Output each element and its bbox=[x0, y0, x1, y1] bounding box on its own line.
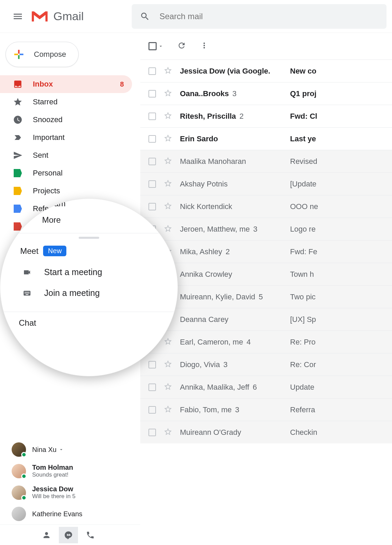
main-menu-button[interactable] bbox=[10, 8, 26, 25]
email-subject: [Update bbox=[290, 180, 316, 189]
star-button[interactable] bbox=[164, 156, 172, 167]
star-outline-icon bbox=[164, 382, 172, 391]
email-sender: Erin Sardo bbox=[180, 134, 283, 143]
email-checkbox[interactable] bbox=[148, 203, 156, 210]
nav-label: Projects bbox=[33, 186, 124, 195]
more-button[interactable] bbox=[200, 41, 209, 51]
drag-handle[interactable] bbox=[79, 237, 99, 239]
join-meeting-button[interactable]: Join a meeting bbox=[0, 283, 178, 303]
email-checkbox[interactable] bbox=[148, 67, 156, 75]
chat-contact-row[interactable]: Tom Holman Sounds great! bbox=[0, 460, 140, 482]
chat-section: Nina Xu Tom Holman Sounds great! Jessica… bbox=[0, 439, 140, 524]
email-row[interactable]: Erin Sardo Last ye bbox=[140, 127, 392, 150]
star-button[interactable] bbox=[164, 405, 172, 415]
sidebar-item-sent[interactable]: Sent bbox=[0, 146, 132, 164]
email-checkbox[interactable] bbox=[148, 90, 156, 98]
email-checkbox[interactable] bbox=[148, 361, 156, 368]
email-sender: Earl, Cameron, me 4 bbox=[180, 338, 283, 347]
email-sender: Jessica Dow (via Google. bbox=[180, 67, 283, 76]
chat-self-name: Nina Xu bbox=[32, 446, 56, 454]
phone-tab[interactable] bbox=[81, 527, 100, 543]
email-row[interactable]: Fabio, Tom, me 3 Referra bbox=[140, 398, 392, 421]
email-row[interactable]: Oana..Brooks 3 Q1 proj bbox=[140, 82, 392, 105]
presence-indicator bbox=[21, 452, 27, 457]
email-sender: Muireann O'Grady bbox=[180, 428, 283, 437]
search-input[interactable] bbox=[159, 12, 378, 21]
phone-icon bbox=[86, 531, 95, 540]
star-button[interactable] bbox=[164, 134, 172, 144]
star-button[interactable] bbox=[164, 224, 172, 234]
sidebar-item-starred[interactable]: Starred bbox=[0, 93, 132, 111]
presence-indicator bbox=[21, 473, 27, 479]
email-row[interactable]: Annika Crowley Town h bbox=[140, 263, 392, 285]
email-row[interactable]: Muireann, Kylie, David 5 Two pic bbox=[140, 285, 392, 308]
chat-contact-row[interactable]: Katherine Evans bbox=[0, 503, 140, 524]
compose-button[interactable]: Compose bbox=[5, 42, 79, 67]
email-row[interactable]: Nick Kortendick OOO ne bbox=[140, 195, 392, 218]
email-row[interactable]: Muireann O'Grady Checkin bbox=[140, 421, 392, 443]
star-outline-icon bbox=[164, 89, 172, 98]
hangouts-tab[interactable] bbox=[59, 527, 78, 543]
chat-contact-row[interactable]: Jessica Dow Will be there in 5 bbox=[0, 482, 140, 503]
star-outline-icon bbox=[164, 111, 172, 120]
email-checkbox[interactable] bbox=[148, 429, 156, 436]
sidebar-item-inbox[interactable]: Inbox 8 bbox=[0, 75, 132, 93]
email-sender: Annika, Maalika, Jeff 6 bbox=[180, 383, 283, 392]
email-sender: Nick Kortendick bbox=[180, 202, 283, 211]
email-checkbox[interactable] bbox=[148, 158, 156, 165]
email-row[interactable]: Deanna Carey [UX] Sp bbox=[140, 308, 392, 330]
start-meeting-button[interactable]: Start a meeting bbox=[0, 262, 178, 283]
email-row[interactable]: Diogo, Vivia 3 Re: Cor bbox=[140, 353, 392, 376]
refresh-button[interactable] bbox=[177, 41, 186, 51]
email-subject: Last ye bbox=[290, 134, 316, 143]
star-button[interactable] bbox=[164, 111, 172, 121]
star-button[interactable] bbox=[164, 179, 172, 189]
gmail-m-icon bbox=[30, 9, 49, 24]
star-button[interactable] bbox=[164, 427, 172, 438]
email-checkbox[interactable] bbox=[148, 135, 156, 143]
star-button[interactable] bbox=[164, 202, 172, 212]
star-button[interactable] bbox=[164, 66, 172, 76]
star-outline-icon bbox=[164, 224, 172, 233]
avatar bbox=[12, 485, 26, 500]
star-button[interactable] bbox=[164, 337, 172, 347]
email-subject: New co bbox=[290, 67, 316, 76]
email-row[interactable]: Mika, Ashley 2 Fwd: Fe bbox=[140, 240, 392, 263]
email-row[interactable]: Akshay Potnis [Update bbox=[140, 172, 392, 195]
toolbar bbox=[140, 33, 392, 60]
email-checkbox[interactable] bbox=[148, 113, 156, 120]
email-row[interactable]: Ritesh, Priscilla 2 Fwd: Cl bbox=[140, 105, 392, 127]
contacts-tab[interactable] bbox=[37, 527, 56, 543]
search-bar[interactable] bbox=[132, 4, 387, 29]
chevron-down-icon bbox=[58, 447, 64, 452]
email-row[interactable]: Annika, Maalika, Jeff 6 Update bbox=[140, 376, 392, 398]
select-all-checkbox[interactable] bbox=[148, 42, 164, 50]
send-icon bbox=[13, 151, 23, 160]
email-subject: Update bbox=[290, 383, 314, 392]
email-sender: Ritesh, Priscilla 2 bbox=[180, 112, 283, 121]
email-row[interactable]: Maalika Manoharan Revised bbox=[140, 150, 392, 172]
email-sender: Jeroen, Matthew, me 3 bbox=[180, 225, 283, 234]
chat-self-row[interactable]: Nina Xu bbox=[0, 439, 140, 460]
star-outline-icon bbox=[164, 360, 172, 368]
star-button[interactable] bbox=[164, 360, 172, 370]
star-icon bbox=[13, 97, 23, 107]
email-row[interactable]: Jessica Dow (via Google. New co bbox=[140, 60, 392, 82]
chat-section-title: Chat bbox=[0, 318, 178, 328]
star-button[interactable] bbox=[164, 89, 172, 99]
email-checkbox[interactable] bbox=[148, 384, 156, 391]
email-checkbox[interactable] bbox=[148, 406, 156, 414]
email-row[interactable]: Jeroen, Matthew, me 3 Logo re bbox=[140, 218, 392, 240]
sidebar-item-projects[interactable]: Projects bbox=[0, 182, 132, 200]
email-checkbox[interactable] bbox=[148, 180, 156, 188]
sidebar-item-important[interactable]: Important bbox=[0, 129, 132, 146]
sidebar-item-personal[interactable]: Personal bbox=[0, 164, 132, 182]
star-button[interactable] bbox=[164, 382, 172, 392]
sidebar-item-snoozed[interactable]: Snoozed bbox=[0, 111, 132, 129]
email-row[interactable]: Earl, Cameron, me 4 Re: Pro bbox=[140, 330, 392, 353]
refresh-icon bbox=[177, 41, 186, 50]
gmail-logo[interactable]: Gmail bbox=[30, 9, 84, 24]
nav-label: Starred bbox=[33, 98, 124, 106]
star-outline-icon bbox=[164, 202, 172, 210]
email-sender: Muireann, Kylie, David 5 bbox=[180, 293, 283, 301]
